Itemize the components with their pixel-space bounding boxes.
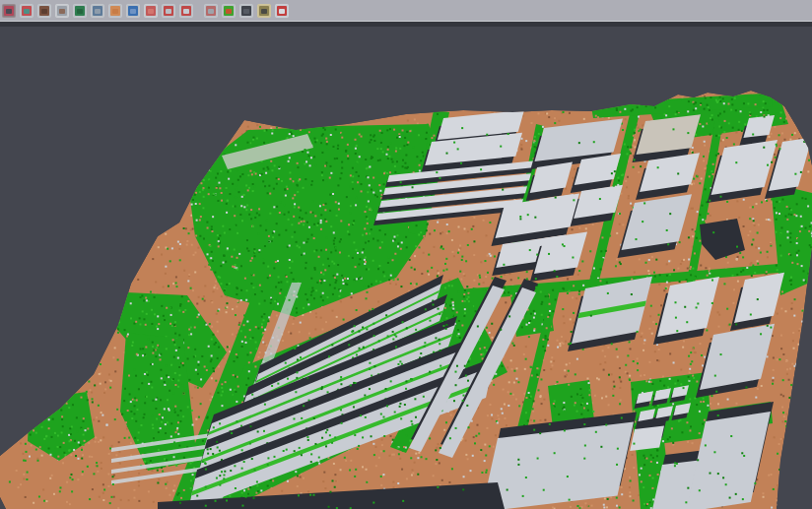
- colored-points-icon[interactable]: [20, 4, 34, 18]
- globe-icon[interactable]: [126, 4, 140, 18]
- profile-ruler-icon-glyph2: [95, 9, 101, 14]
- selection-bounds-icon[interactable]: [179, 4, 193, 18]
- red-list-icon[interactable]: [144, 4, 158, 18]
- sparse-points-icon-glyph2: [59, 9, 65, 14]
- orange-box-icon-glyph2: [112, 9, 118, 14]
- app-window: [0, 0, 812, 509]
- crosshair-icon-glyph2: [166, 9, 171, 14]
- red-flag-icon-glyph2: [279, 9, 285, 14]
- dark-sphere-icon-glyph2: [243, 9, 249, 14]
- terrain-green-icon-glyph2: [77, 9, 83, 14]
- checker-red-icon-glyph2: [208, 9, 214, 14]
- terrain-brown-icon-glyph2: [41, 9, 47, 14]
- points-cloud-icon-glyph2: [6, 9, 12, 14]
- viewport-3d[interactable]: [0, 27, 812, 509]
- terrain-brown-icon[interactable]: [37, 4, 51, 18]
- colored-points-icon-glyph2: [24, 9, 30, 14]
- red-list-icon-glyph2: [148, 9, 154, 14]
- profile-ruler-icon[interactable]: [91, 4, 104, 18]
- main-toolbar: [0, 0, 812, 21]
- red-flag-icon[interactable]: [275, 4, 289, 18]
- crosshair-icon[interactable]: [162, 4, 175, 18]
- terrain-green-icon[interactable]: [73, 4, 87, 18]
- point-cloud-render[interactable]: [0, 27, 812, 509]
- dark-sphere-icon[interactable]: [239, 4, 253, 18]
- classification-palette-icon[interactable]: [222, 4, 236, 18]
- checker-red-icon[interactable]: [204, 4, 218, 18]
- points-cloud-icon[interactable]: [2, 4, 16, 18]
- selection-bounds-icon-glyph2: [183, 9, 189, 14]
- classification-palette-icon-glyph2: [226, 9, 232, 14]
- globe-icon-glyph2: [130, 9, 136, 14]
- export-clip-icon[interactable]: [257, 4, 271, 18]
- orange-box-icon[interactable]: [108, 4, 122, 18]
- toolbar-separator: [197, 3, 204, 19]
- export-clip-icon-glyph2: [261, 9, 267, 14]
- sparse-points-icon[interactable]: [55, 4, 69, 18]
